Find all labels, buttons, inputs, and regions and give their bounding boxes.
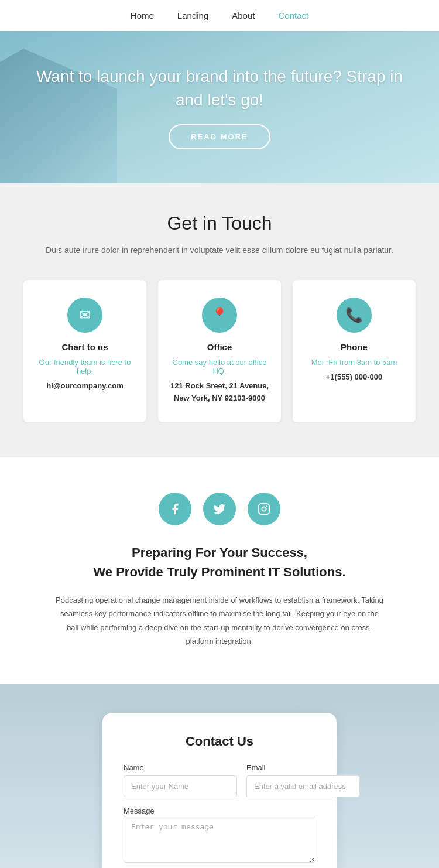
instagram-icon[interactable]	[248, 493, 280, 525]
name-input[interactable]	[124, 775, 237, 797]
email-input[interactable]	[246, 775, 360, 797]
hero-content: Want to launch your brand into the futur…	[0, 65, 439, 149]
nav-about[interactable]: About	[232, 11, 255, 20]
contact-form-card: Contact Us Name Email Message Gallery	[102, 713, 337, 868]
card-office-accent: Come say hello at our office HQ.	[170, 358, 269, 375]
card-office: 📍 Office Come say hello at our office HQ…	[158, 280, 281, 422]
city-right-graphic	[334, 862, 439, 868]
social-icons-row	[159, 493, 280, 525]
hero-section: Want to launch your brand into the futur…	[0, 31, 439, 183]
contact-section: Contact Us Name Email Message Gallery	[0, 684, 439, 868]
twitter-icon[interactable]	[203, 493, 236, 525]
section-title-touch: Get in Touch	[167, 213, 272, 234]
facebook-icon[interactable]	[159, 493, 191, 525]
svg-rect-0	[259, 504, 269, 514]
contact-form-title: Contact Us	[124, 734, 315, 749]
name-field-group: Name	[124, 763, 237, 797]
location-icon: 📍	[202, 298, 237, 333]
section-subtitle-touch: Duis aute irure dolor in reprehenderit i…	[46, 244, 393, 257]
social-section: Preparing For Your Success, We Provide T…	[0, 457, 439, 684]
card-chat-title: Chart to us	[61, 342, 108, 352]
card-office-text: 121 Rock Sreet, 21 Avenue, New York, NY …	[170, 380, 269, 405]
message-textarea[interactable]	[124, 816, 315, 863]
nav-home[interactable]: Home	[131, 11, 154, 20]
card-phone-title: Phone	[341, 342, 368, 352]
svg-point-2	[266, 505, 267, 507]
phone-icon: 📞	[337, 298, 372, 333]
city-left-graphic	[0, 862, 105, 868]
nav-contact[interactable]: Contact	[278, 11, 308, 20]
name-label: Name	[124, 763, 237, 772]
name-email-row: Name Email	[124, 763, 315, 797]
email-field-group: Email	[246, 763, 360, 797]
nav-landing[interactable]: Landing	[177, 11, 208, 20]
social-title: Preparing For Your Success, We Provide T…	[93, 543, 345, 582]
message-label: Message	[124, 807, 155, 815]
card-chat: ✉ Chart to us Our friendly team is here …	[23, 280, 146, 422]
card-phone-accent: Mon-Fri from 8am to 5am	[311, 358, 397, 367]
card-office-title: Office	[207, 342, 232, 352]
email-icon: ✉	[67, 298, 102, 333]
card-chat-text: hi@ourcompany.com	[46, 380, 124, 392]
card-chat-accent: Our friendly team is here to help.	[35, 358, 135, 375]
message-group: Message	[124, 805, 315, 865]
social-body-text: Podcasting operational change management…	[56, 593, 383, 648]
hero-title: Want to launch your brand into the futur…	[35, 65, 404, 111]
card-phone-text: +1(555) 000-000	[326, 371, 383, 384]
contact-cards-row: ✉ Chart to us Our friendly team is here …	[23, 280, 416, 422]
email-label: Email	[246, 763, 360, 772]
svg-point-1	[262, 507, 266, 511]
get-in-touch-section: Get in Touch Duis aute irure dolor in re…	[0, 183, 439, 457]
read-more-button[interactable]: READ MORE	[169, 124, 270, 149]
card-phone: 📞 Phone Mon-Fri from 8am to 5am +1(555) …	[293, 280, 416, 422]
navbar: Home Landing About Contact	[0, 0, 439, 31]
